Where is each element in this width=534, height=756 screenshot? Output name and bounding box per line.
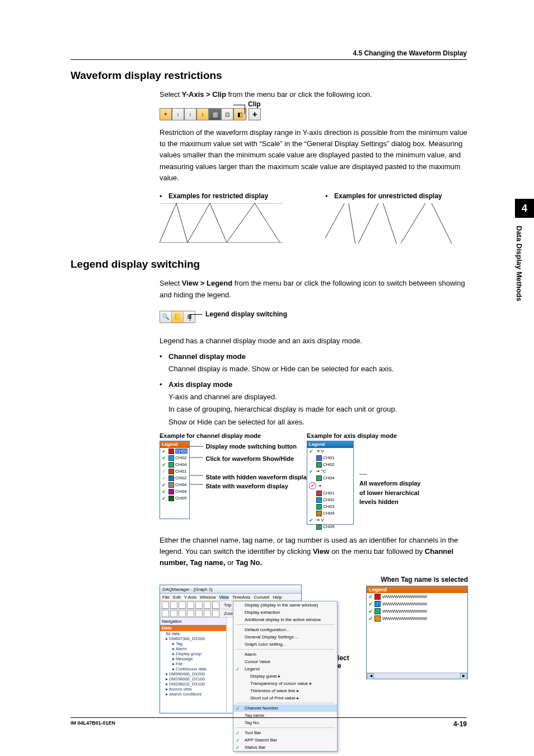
channel-name: CH01 [175,469,186,474]
menu-item[interactable]: Alarm [233,651,337,658]
channel-name: CH01 [323,491,334,496]
color-swatch [168,469,174,474]
legend-axis-group[interactable]: ✔⇥ °C [307,468,353,475]
tag-legend-row[interactable]: ✔WWWWWWWWWWW [367,608,467,615]
menu-item[interactable]: Channel Number [233,704,337,712]
tree-item[interactable]: ▸ DM607300_DX200 [160,636,226,641]
tree-item[interactable]: All data [160,631,226,636]
tree-item[interactable]: ▸ Alarm [160,646,226,651]
menu-item[interactable]: Default configuration... [233,626,337,633]
tree-item[interactable]: ▸ DM990400_DX200 [160,671,226,676]
check-icon: ✔ [368,601,373,607]
menu-item[interactable]: Help [273,595,282,600]
menu-item[interactable]: Transparency of cursor value ▸ [233,680,337,687]
menu-item[interactable]: Additional display in the active window [233,616,337,623]
tree-item[interactable]: ▸ Display group [160,651,226,656]
toolbar-icon[interactable]: ↕ [196,108,209,120]
channel-mode-body: Channel display is made. Show or Hide ca… [168,363,468,375]
axis-unit: ⇥ [317,483,321,488]
tree-item[interactable]: ▸ Message [160,656,226,661]
legend-channel-row[interactable]: ✔CH01 [160,468,189,475]
tree-item[interactable]: ▸ File [160,661,226,666]
menu-item[interactable]: Display guide ▸ [233,673,337,680]
toolbar-icon[interactable]: ✚ [249,108,261,120]
menu-item[interactable]: View [219,595,229,600]
menu-item[interactable]: File [162,595,170,600]
color-swatch [316,497,322,503]
color-swatch [316,491,322,496]
legend-axis-row[interactable]: CH05 [307,524,353,530]
menu-item[interactable]: Display extraction [233,609,337,616]
legend-axis-group[interactable]: ✔⇥ [307,482,353,490]
legend-axis-group[interactable]: ✔⇥ V [307,448,353,455]
menu-item[interactable]: Convert [254,595,269,600]
tree-item[interactable]: ▸ Axxxxx view [160,687,226,692]
menu-item[interactable]: Short cut of Print value ▸ [233,694,337,702]
check-icon: ✔ [309,482,316,489]
legend-toggle-icon[interactable]: 📒 [172,311,184,323]
tag-legend-row[interactable]: ✔WWWWWWWWWWW [367,593,467,600]
callout-shown-state: State with waveform display [205,482,310,491]
toolbar-icon[interactable]: ↕ [172,108,184,120]
tree-item[interactable]: ▸ DM298010_DX100 [160,682,226,687]
list-icon[interactable]: ≣ [184,311,195,323]
legend-axis-row[interactable]: CH04 [307,510,353,517]
legend-channel-row[interactable]: ✔CH01 [160,448,189,455]
tag-legend-row[interactable]: ✔WWWWWWWWWWW [367,615,467,622]
legend-channel-row[interactable]: ✔CH04 [160,482,189,488]
legend-channel-row[interactable]: ✔CH05 [160,495,189,502]
channel-name: CH03 [323,504,334,509]
menu-item[interactable]: Y-Axis [184,595,196,600]
chapter-side-tab: 4 Data Display Methods [515,199,534,322]
legend-channel-row[interactable]: ✔CH02 [160,475,189,482]
axis-mode-body1: Y-axis and channel are displayed. [168,391,468,403]
menu-item[interactable]: Display (display in the same window) [233,601,337,609]
color-swatch [168,462,174,468]
tree-item[interactable]: ▸ Tag [160,641,226,646]
menu-item[interactable]: Graph color setting... [233,641,337,648]
callout-lower-hidden: All waveform display of lower hierarchic… [359,479,427,507]
waveform-para: Restriction of the waveform display rang… [160,127,468,184]
legend-axis-row[interactable]: CH02 [307,461,353,468]
legend-axis-row[interactable]: CH02 [307,497,353,503]
scroll-left-icon[interactable]: ◀ [367,673,374,679]
legend-axis-group[interactable]: ✔⇥ V [307,517,353,524]
tree-item[interactable]: ▸ search conditions [160,692,226,697]
legend-channel-row[interactable]: ✔CH02 [160,455,189,461]
toolbar-icon[interactable]: ▥ [209,108,221,120]
channel-legend-panel: Legend ✔CH01✔CH02✔CH04✔CH01✔CH02✔CH04✔CH… [160,441,190,519]
menu-item[interactable]: Status Bar [233,744,337,751]
menu-item[interactable]: Edit [173,595,181,600]
color-swatch [168,489,174,494]
legend-axis-row[interactable]: CH01 [307,455,353,461]
menu-item[interactable]: TimeAxis [232,595,251,600]
check-icon: ✔ [162,449,167,454]
check-icon: ✔ [368,615,373,622]
check-icon: ✔ [162,455,167,461]
menu-item[interactable]: Legend [233,665,337,673]
clip-icon[interactable]: ◧ [233,108,246,120]
toolbar-icon[interactable]: ↕ [184,108,196,120]
legend-channel-row[interactable]: ✔CH04 [160,461,189,468]
tree-item[interactable]: ▸ DM298000_DX100 [160,676,226,682]
menu-item[interactable]: General Display Settings ... [233,633,337,641]
menu-item[interactable]: Thickness of wave line ▸ [233,687,337,694]
waveform-lead: Select Y-Axis > Clip from the menu bar o… [160,89,468,100]
zoom-icon[interactable]: 🔍 [160,311,172,323]
legend-channel-row[interactable]: ✔CH04 [160,488,189,495]
legend-axis-row[interactable]: CH04 [307,475,353,482]
legend-axis-row[interactable]: CH03 [307,503,353,510]
toolbar-icon[interactable]: ⌖ [160,108,172,120]
menu-item[interactable]: APP Search Bar [233,736,337,744]
color-swatch [316,462,322,468]
scroll-right-icon[interactable]: ▶ [460,673,467,679]
toolbar-icon[interactable]: ⊡ [221,108,233,120]
tag-legend-row[interactable]: ✔WWWWWWWWWWW [367,600,467,608]
color-swatch [168,496,174,501]
menu-item[interactable]: Window [200,595,216,600]
legend-axis-row[interactable]: CH01 [307,490,353,497]
menu-item[interactable]: Cursor Value [233,658,337,665]
menu-item[interactable]: Tool Bar [233,729,337,736]
tree-item[interactable]: ▸ Continuous data [160,666,226,671]
check-icon: ✔ [368,608,373,614]
